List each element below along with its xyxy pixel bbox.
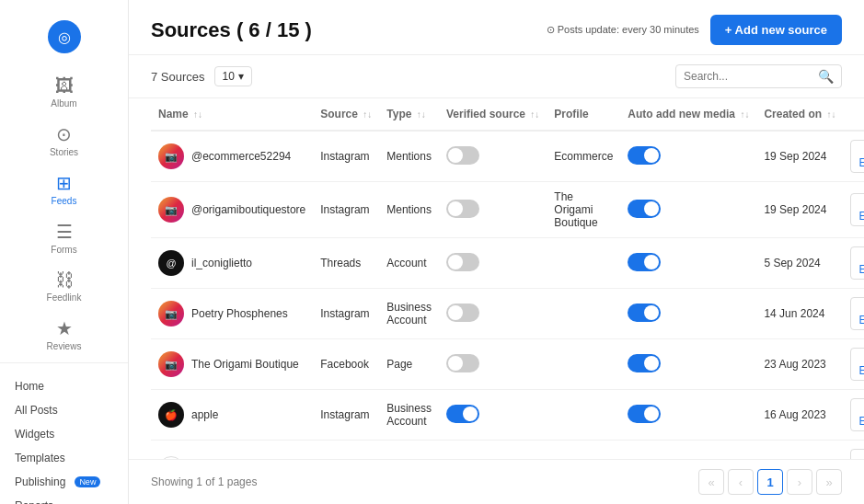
auto-add-toggle[interactable] [628, 405, 661, 423]
cell-created: 19 Sep 2024 [756, 131, 843, 182]
cell-source: Instagram [313, 390, 379, 441]
next-page-button[interactable]: › [787, 469, 812, 495]
cell-profile: Ecommerce [547, 131, 620, 182]
search-input[interactable] [684, 70, 812, 83]
sidebar-item-label: Reviews [47, 341, 82, 351]
toolbar-left: 7 Sources 10 ▾ [151, 66, 252, 86]
edit-button[interactable]: ✏ Edit [850, 140, 864, 173]
cell-source: Google [313, 441, 379, 460]
posts-update: ⊙ Posts update: every 30 minutes [547, 24, 699, 36]
feedlink-icon: ⛓ [55, 269, 74, 291]
source-name: @ecommerce52294 [191, 150, 291, 163]
chevron-down-icon: ▾ [238, 70, 244, 83]
sidebar-item-label: Feeds [52, 196, 77, 206]
auto-add-toggle[interactable] [628, 354, 661, 372]
sidebar-link-all-posts[interactable]: All Posts [0, 398, 128, 422]
table-row: 📷 The Origami Boutique Facebook Page 23 … [151, 339, 864, 390]
col-source[interactable]: Source ↑↓ [313, 98, 379, 131]
sidebar-link-templates[interactable]: Templates [0, 446, 128, 470]
stories-icon: ⊙ [56, 123, 72, 145]
cell-type: Place [379, 441, 439, 460]
album-icon: 🖼 [55, 75, 74, 97]
forms-icon: ☰ [56, 221, 73, 243]
reviews-icon: ★ [56, 317, 73, 339]
cell-type: Mentions [379, 131, 439, 182]
cell-auto-add [620, 390, 756, 441]
page-1-button[interactable]: 1 [757, 469, 783, 495]
pagination-bar: Showing 1 of 1 pages « ‹ 1 › » [129, 459, 864, 504]
sidebar-link-home[interactable]: Home [0, 374, 128, 398]
verified-toggle[interactable] [446, 200, 479, 218]
verified-toggle[interactable] [446, 405, 479, 423]
sources-table-wrap: Name ↑↓ Source ↑↓ Type ↑↓ Verified sourc… [129, 98, 864, 459]
sidebar-item-feeds[interactable]: ⊞ Feeds [0, 165, 128, 213]
table-body: 📷 @ecommerce52294 Instagram Mentions Eco… [151, 131, 864, 459]
main-content: Sources ( 6 / 15 ) ⊙ Posts update: every… [129, 0, 864, 504]
sidebar-item-reviews[interactable]: ★ Reviews [0, 310, 128, 359]
col-auto-add[interactable]: Auto add new media ↑↓ [620, 98, 756, 131]
posts-update-label: ⊙ Posts update: [547, 24, 619, 35]
avatar: 📷 [158, 197, 184, 223]
cell-name: 📷 @origamiboutiquestore [151, 182, 313, 238]
cell-created: 14 Jun 2024 [756, 289, 843, 339]
cell-name: @ il_coniglietto [151, 238, 313, 289]
cell-source: Instagram [313, 289, 379, 339]
cell-profile [547, 390, 620, 441]
cell-type: Business Account [379, 289, 439, 339]
search-box[interactable]: 🔍 [675, 64, 842, 88]
showing-text: Showing 1 of 1 pages [151, 475, 257, 488]
edit-button[interactable]: ✏ Edit [850, 348, 864, 381]
edit-button[interactable]: ✏ Edit [850, 193, 864, 226]
sidebar-nav-icons: 🖼 Album ⊙ Stories ⊞ Feeds ☰ Forms ⛓ Feed… [0, 68, 128, 359]
sort-created-icon: ↑↓ [826, 109, 835, 120]
remove-source-button[interactable]: 🗑 Remove Source [850, 449, 864, 459]
sidebar-link-publishing[interactable]: Publishing New [0, 470, 128, 494]
avatar: 🍎 [158, 402, 184, 428]
cell-name: 📷 Poetry Phosphenes [151, 289, 313, 339]
pagination: « ‹ 1 › » [698, 469, 842, 495]
avatar: 📷 [158, 351, 184, 377]
col-type[interactable]: Type ↑↓ [379, 98, 439, 131]
col-verified[interactable]: Verified source ↑↓ [439, 98, 547, 131]
auto-add-toggle[interactable] [628, 146, 661, 165]
verified-toggle[interactable] [446, 146, 479, 165]
verified-toggle[interactable] [446, 304, 479, 322]
per-page-select[interactable]: 10 ▾ [214, 66, 252, 86]
source-name: @origamiboutiquestore [191, 203, 305, 216]
posts-update-value: every 30 minutes [622, 24, 699, 35]
first-page-button[interactable]: « [698, 469, 724, 495]
verified-toggle[interactable] [446, 253, 479, 271]
prev-page-button[interactable]: ‹ [728, 469, 754, 495]
sidebar-item-stories[interactable]: ⊙ Stories [0, 116, 128, 165]
add-new-source-button[interactable]: + Add new source [710, 15, 842, 45]
sidebar-link-reports[interactable]: Reports [0, 494, 128, 504]
auto-add-toggle[interactable] [628, 253, 661, 271]
feeds-icon: ⊞ [56, 172, 72, 194]
col-actions: Actions [843, 98, 864, 131]
cell-source: Instagram [313, 131, 379, 182]
avatar: 📷 [158, 301, 184, 326]
auto-add-toggle[interactable] [628, 304, 661, 322]
sidebar-item-label: Feedlink [47, 292, 82, 303]
sidebar-item-feedlink[interactable]: ⛓ Feedlink [0, 262, 128, 310]
main-header: Sources ( 6 / 15 ) ⊙ Posts update: every… [129, 0, 864, 55]
cell-auto-add [620, 289, 756, 339]
col-name[interactable]: Name ↑↓ [151, 98, 313, 131]
verified-toggle[interactable] [446, 354, 479, 372]
cell-verified [439, 131, 547, 182]
edit-button[interactable]: ✏ Edit [850, 246, 864, 280]
col-created[interactable]: Created on ↑↓ [756, 98, 843, 131]
per-page-value: 10 [223, 70, 235, 83]
auto-add-toggle[interactable] [628, 200, 661, 218]
cell-name: 🍎 apple [151, 390, 313, 441]
cell-type: Business Account [379, 390, 439, 441]
source-name: il_coniglietto [191, 257, 252, 269]
sidebar-item-album[interactable]: 🖼 Album [0, 68, 128, 116]
edit-button[interactable]: ✏ Edit [850, 297, 864, 330]
sidebar-link-widgets[interactable]: Widgets [0, 422, 128, 446]
edit-button[interactable]: ✏ Edit [850, 398, 864, 431]
sidebar-item-forms[interactable]: ☰ Forms [0, 213, 128, 262]
source-name: apple [191, 408, 218, 421]
last-page-button[interactable]: » [816, 469, 842, 495]
table-row: 🍎 apple Instagram Business Account 16 Au… [151, 390, 864, 441]
